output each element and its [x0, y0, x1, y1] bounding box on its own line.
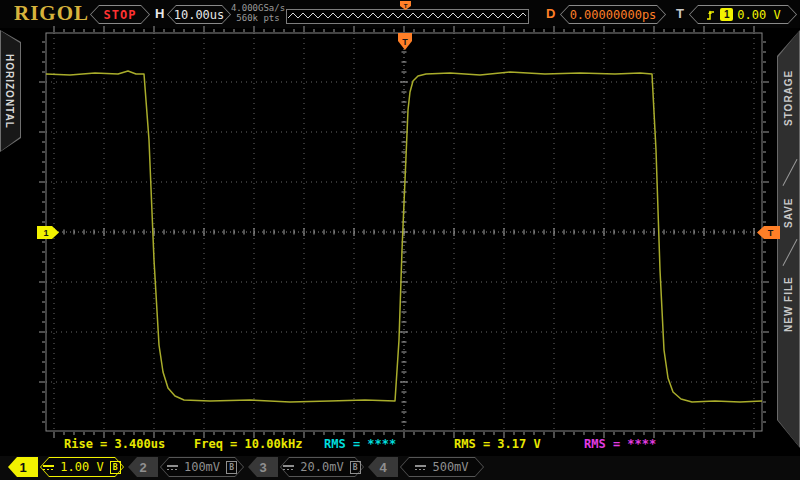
- waveform-display: [0, 0, 800, 480]
- dc-coupling-icon: [415, 464, 426, 471]
- measurement-readout: RMS = 3.17 V: [454, 437, 541, 451]
- measurement-readout: Rise = 3.400us: [64, 437, 165, 451]
- channel-number-badge: 1: [8, 457, 38, 477]
- channel-scale: 20.0mV: [300, 460, 343, 474]
- channel-scale: 100mV: [184, 460, 220, 474]
- channel-scale: 1.00 V: [60, 460, 103, 474]
- channel-number-badge: 3: [248, 457, 278, 477]
- measurement-readout: Freq = 10.00kHz: [194, 437, 302, 451]
- bandwidth-icon: B: [350, 461, 361, 474]
- measurement-bar: Rise = 3.400usFreq = 10.00kHzRMS = ****R…: [0, 437, 800, 454]
- channel-status-bar: 14:34 11.00 VB2100mVB320.0mVB4500mV: [0, 456, 800, 480]
- bandwidth-icon: B: [110, 461, 121, 474]
- channel-scale: 500mV: [432, 460, 468, 474]
- measurement-readout: RMS = ****: [324, 437, 396, 451]
- measurement-readout: RMS = ****: [584, 437, 656, 451]
- channel-number-badge: 4: [368, 457, 398, 477]
- dc-coupling-icon: [167, 464, 178, 471]
- dc-coupling-icon: [43, 464, 54, 471]
- dc-coupling-icon: [283, 464, 294, 471]
- channel-number-badge: 2: [128, 457, 158, 477]
- oscilloscope-screen: RIGOL STOP H 10.00us 4.000GSa/s 560k pts…: [0, 0, 800, 480]
- bandwidth-icon: B: [226, 461, 237, 474]
